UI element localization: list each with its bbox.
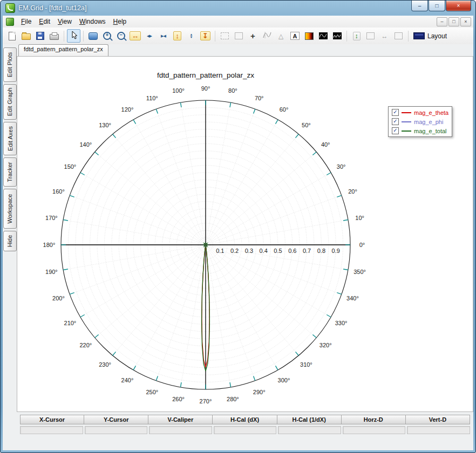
- menu-windows[interactable]: Windows: [76, 17, 110, 26]
- colormap-button[interactable]: [302, 29, 316, 43]
- waveform-1-icon: [319, 32, 328, 39]
- svg-text:320°: 320°: [319, 342, 332, 348]
- window-controls: –□×: [411, 1, 471, 11]
- svg-text:170°: 170°: [45, 215, 58, 221]
- save-button[interactable]: [33, 29, 47, 43]
- sidebar-tab-edit-axes[interactable]: Edit Axes: [3, 122, 17, 155]
- svg-text:60°: 60°: [280, 106, 289, 113]
- open-file-button[interactable]: [19, 29, 33, 43]
- triangle-marker-button[interactable]: △: [274, 29, 288, 43]
- menu-file[interactable]: File: [17, 17, 35, 26]
- text-tool-button[interactable]: A: [288, 29, 302, 43]
- cursor-column-header: Horz-D: [342, 415, 406, 424]
- cursor-column-header: H-Cal (dX): [213, 415, 277, 424]
- mdi-restore-button[interactable]: □: [448, 17, 459, 26]
- document-tab[interactable]: fdtd_pattern_pattern_polar_zx: [18, 44, 108, 56]
- sidebar-tab-tracker[interactable]: Tracker: [3, 157, 17, 187]
- fit-width-button[interactable]: ↔: [128, 29, 142, 43]
- zoom-in-button[interactable]: +: [100, 29, 114, 43]
- zoom-region-icon: [89, 32, 98, 40]
- menu-help[interactable]: Help: [110, 17, 131, 26]
- minimize-button[interactable]: –: [411, 1, 428, 11]
- expand-vertical-button[interactable]: ↕: [350, 29, 363, 43]
- zoom-out-icon: −: [117, 32, 125, 40]
- curve-fit-button[interactable]: [260, 29, 274, 43]
- dock-bottom-button[interactable]: ↧: [199, 29, 212, 43]
- checkbox-icon[interactable]: ✓: [392, 118, 399, 125]
- legend-item: ✓mag_e_phi: [392, 118, 448, 126]
- svg-text:30°: 30°: [337, 163, 346, 170]
- fit-width-icon: ↔: [130, 31, 141, 40]
- triangle-marker-icon: △: [278, 32, 283, 40]
- select-pointer-button[interactable]: [67, 29, 80, 43]
- svg-text:260°: 260°: [172, 396, 185, 402]
- cursor-value-cell: [20, 426, 83, 434]
- placeholder-box-2-icon: [395, 32, 403, 39]
- new-document-button[interactable]: [5, 29, 19, 43]
- legend-line-swatch: [402, 121, 411, 122]
- svg-text:0.1: 0.1: [216, 248, 224, 254]
- fit-height-button[interactable]: ↕: [171, 29, 184, 43]
- sidebar-tab-workspace[interactable]: Workspace: [3, 189, 17, 229]
- footer-spacer: [17, 434, 473, 450]
- svg-text:330°: 330°: [335, 320, 348, 326]
- svg-text:0.7: 0.7: [303, 248, 311, 254]
- layout-label[interactable]: Layout: [427, 32, 447, 40]
- svg-text:40°: 40°: [321, 141, 330, 148]
- svg-text:90°: 90°: [201, 85, 210, 92]
- sidebar-tab-label: Workspace: [7, 194, 13, 224]
- legend-item: ✓mag_e_theta: [392, 108, 448, 116]
- cursor-table-headers: X-CursorY-CursorV-CaliperH-Cal (dX)H-Cal…: [20, 415, 470, 424]
- cursor-column-header: H-Cal (1/dX): [277, 415, 342, 424]
- sidebar-tab-edit-plots[interactable]: Edit Plots: [3, 47, 17, 82]
- placeholder-box-1-button[interactable]: [364, 29, 377, 43]
- pan-vertical-icon: ▲▼: [190, 33, 193, 39]
- waveform-2-button[interactable]: [330, 29, 344, 43]
- text-tool-icon: A: [290, 32, 300, 40]
- print-button[interactable]: [47, 29, 61, 43]
- cursor-column-header: Vert-D: [406, 415, 470, 424]
- toolbar-separator: [83, 31, 84, 42]
- checkbox-icon[interactable]: ✓: [392, 109, 399, 116]
- maximize-button[interactable]: □: [429, 1, 445, 11]
- pan-horizontal-button[interactable]: ◀▶: [142, 29, 156, 43]
- menu-view[interactable]: View: [54, 17, 76, 26]
- zoom-region-button[interactable]: [86, 29, 100, 43]
- document-logo-icon: [6, 18, 14, 26]
- mdi-minimize-button[interactable]: –: [437, 17, 447, 26]
- save-icon: [36, 32, 44, 40]
- svg-text:340°: 340°: [346, 295, 359, 301]
- window-title: EM.Grid - [fdtd_tut12a]: [18, 4, 86, 12]
- main-content: fdtd_pattern_pattern_polar_zx 0°10°20°30…: [17, 44, 473, 450]
- region-solid-button[interactable]: [232, 29, 246, 43]
- svg-text:10°: 10°: [355, 215, 364, 221]
- layout-icon: [413, 32, 425, 39]
- mdi-close-button[interactable]: ×: [460, 17, 471, 26]
- collapse-horizontal-button[interactable]: ▶◀: [157, 29, 170, 43]
- svg-text:120°: 120°: [121, 106, 134, 113]
- placeholder-box-2-button[interactable]: [392, 29, 405, 43]
- checkbox-icon[interactable]: ✓: [392, 127, 399, 134]
- sidebar-tab-hide[interactable]: Hide: [3, 231, 17, 251]
- pan-vertical-button[interactable]: ▲▼: [185, 29, 198, 43]
- sidebar-tab-edit-graph[interactable]: Edit Graph: [3, 84, 17, 120]
- zoom-out-button[interactable]: −: [114, 29, 128, 43]
- svg-text:20°: 20°: [348, 188, 357, 195]
- expand-vertical-icon: ↕: [353, 32, 361, 40]
- close-button[interactable]: ×: [446, 1, 471, 11]
- legend-label: mag_e_phi: [414, 119, 443, 125]
- cursor-column-header: X-Cursor: [20, 415, 84, 424]
- menu-edit[interactable]: Edit: [35, 17, 54, 26]
- cursor-value-cell: [85, 426, 148, 434]
- cursor-column-header: V-Caliper: [148, 415, 213, 424]
- region-dashed-button[interactable]: [218, 29, 232, 43]
- sidebar-tab-label: Edit Graph: [7, 88, 13, 116]
- crosshair-button[interactable]: +: [246, 29, 260, 43]
- expand-horizontal-button[interactable]: ↔: [378, 29, 391, 43]
- collapse-horizontal-icon: ▶◀: [161, 34, 166, 38]
- waveform-1-button[interactable]: [316, 29, 330, 43]
- expand-horizontal-icon: ↔: [382, 32, 388, 40]
- svg-text:0.3: 0.3: [245, 248, 253, 254]
- cursor-value-cell: [407, 426, 470, 434]
- svg-text:230°: 230°: [99, 361, 111, 368]
